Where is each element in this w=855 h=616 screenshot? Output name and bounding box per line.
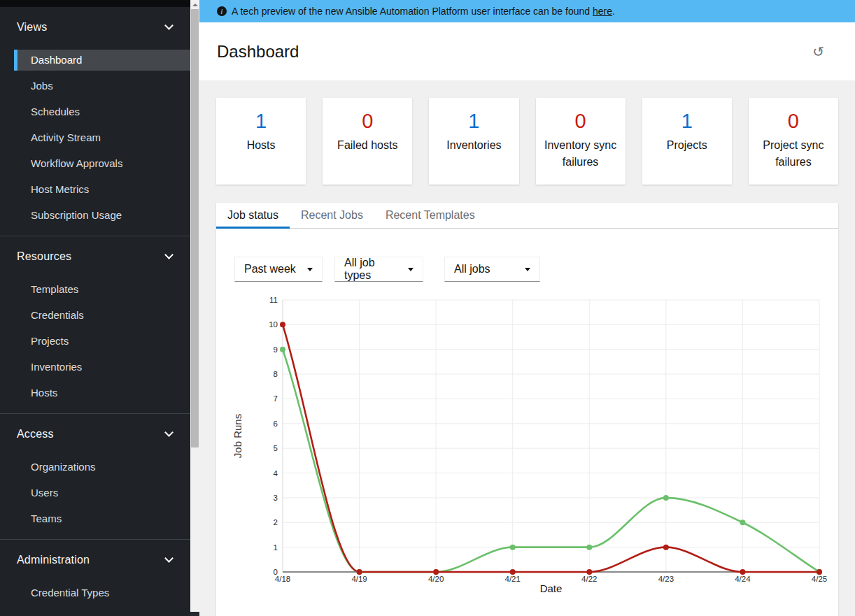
y-tick-label: 10 bbox=[269, 321, 278, 329]
sidebar-item-subscription-usage[interactable]: Subscription Usage bbox=[14, 205, 190, 226]
filter-value: All jobs bbox=[454, 263, 490, 275]
y-tick-label: 3 bbox=[274, 494, 278, 502]
scrollbar-thumb[interactable] bbox=[191, 9, 199, 447]
y-tick-label: 1 bbox=[274, 543, 278, 552]
chevron-down-icon bbox=[164, 250, 174, 259]
sidebar-item-organizations[interactable]: Organizations bbox=[14, 457, 190, 478]
caret-down-icon bbox=[408, 268, 414, 271]
banner-suffix: . bbox=[612, 6, 615, 17]
scrollbar-bottom-block bbox=[190, 612, 199, 616]
metric-value[interactable]: 0 bbox=[331, 110, 404, 133]
sidebar-section-resources[interactable]: Resources bbox=[0, 236, 190, 263]
sidebar-item-workflow-approvals[interactable]: Workflow Approvals bbox=[14, 153, 190, 174]
metric-label: Inventories bbox=[437, 137, 510, 154]
metric-value[interactable]: 0 bbox=[757, 110, 830, 133]
page-header: Dashboard ↺ bbox=[199, 22, 855, 80]
sidebar-item-inventories[interactable]: Inventories bbox=[14, 357, 190, 378]
data-point-successful-jobs[interactable] bbox=[280, 347, 285, 352]
history-icon[interactable]: ↺ bbox=[812, 45, 824, 59]
banner-text: A tech preview of the new Ansible Automa… bbox=[232, 6, 590, 17]
tab-recent-jobs[interactable]: Recent Jobs bbox=[290, 203, 374, 229]
sidebar-item-teams[interactable]: Teams bbox=[14, 508, 190, 529]
sidebar-nav: Views DashboardJobsSchedulesActivity Str… bbox=[0, 7, 190, 613]
sidebar-section-items: OrganizationsUsersTeams bbox=[14, 457, 190, 529]
metric-label: Hosts bbox=[225, 137, 297, 154]
y-tick-label: 8 bbox=[274, 370, 278, 378]
data-point-successful-jobs[interactable] bbox=[663, 495, 669, 501]
banner-here-link[interactable]: here bbox=[593, 6, 612, 17]
data-point-successful-jobs[interactable] bbox=[510, 545, 516, 550]
filter-bar: Past weekAll job typesAll jobs bbox=[234, 257, 838, 282]
metric-value[interactable]: 1 bbox=[437, 110, 510, 133]
sidebar-scrollbar[interactable] bbox=[190, 0, 199, 616]
x-tick-label: 4/25 bbox=[812, 575, 827, 583]
sidebar-section-label: Administration bbox=[17, 554, 90, 566]
sidebar-item-projects[interactable]: Projects bbox=[14, 331, 190, 352]
y-tick-label: 9 bbox=[274, 345, 278, 354]
metric-value[interactable]: 0 bbox=[544, 110, 617, 133]
data-point-failed-jobs[interactable] bbox=[663, 545, 669, 550]
metric-label: Inventory sync failures bbox=[544, 137, 617, 171]
data-point-failed-jobs[interactable] bbox=[433, 569, 439, 575]
scrollbar-up-arrow-icon[interactable] bbox=[192, 3, 198, 6]
chart-wrap: 012345678910114/184/194/204/214/224/234/… bbox=[216, 291, 838, 616]
tab-recent-templates[interactable]: Recent Templates bbox=[374, 203, 486, 229]
sidebar-top-strip bbox=[0, 0, 190, 7]
page-title: Dashboard bbox=[217, 42, 299, 62]
metric-value[interactable]: 1 bbox=[225, 110, 297, 133]
metric-label: Failed hosts bbox=[331, 137, 404, 154]
data-point-failed-jobs[interactable] bbox=[510, 569, 516, 575]
sidebar-item-users[interactable]: Users bbox=[14, 482, 190, 503]
filter-dropdown-all-job-types[interactable]: All job types bbox=[334, 257, 423, 282]
job-status-chart: 012345678910114/184/194/204/214/224/234/… bbox=[216, 291, 838, 616]
data-point-successful-jobs[interactable] bbox=[740, 520, 745, 526]
sidebar-section-access[interactable]: Access bbox=[0, 414, 190, 440]
sidebar-item-jobs[interactable]: Jobs bbox=[14, 76, 190, 96]
sidebar-item-schedules[interactable]: Schedules bbox=[14, 101, 190, 122]
metric-card-projects[interactable]: 1 Projects bbox=[642, 98, 732, 185]
content: 1 Hosts 0 Failed hosts 1 Inventories 0 I… bbox=[199, 80, 855, 616]
chevron-down-icon bbox=[164, 428, 174, 437]
y-tick-label: 4 bbox=[274, 469, 278, 478]
sidebar-item-credential-types[interactable]: Credential Types bbox=[14, 582, 190, 603]
metric-label: Projects bbox=[651, 137, 723, 154]
sidebar-item-dashboard[interactable]: Dashboard bbox=[14, 50, 190, 71]
filter-value: All job types bbox=[344, 257, 401, 282]
sidebar-item-activity-stream[interactable]: Activity Stream bbox=[14, 127, 190, 148]
y-tick-label: 11 bbox=[269, 296, 278, 304]
sidebar-item-hosts[interactable]: Hosts bbox=[14, 382, 190, 403]
caret-down-icon bbox=[307, 268, 313, 271]
data-point-failed-jobs[interactable] bbox=[817, 569, 822, 575]
chevron-down-icon bbox=[164, 554, 174, 563]
y-tick-label: 5 bbox=[274, 445, 278, 453]
filter-value: Past week bbox=[244, 263, 296, 275]
sidebar-item-host-metrics[interactable]: Host Metrics bbox=[14, 179, 190, 200]
series-line-successful-jobs bbox=[283, 350, 819, 572]
data-point-failed-jobs[interactable] bbox=[586, 569, 592, 575]
sidebar-section-label: Views bbox=[17, 21, 47, 34]
data-point-failed-jobs[interactable] bbox=[280, 322, 285, 328]
main-area: i A tech preview of the new Ansible Auto… bbox=[199, 0, 855, 616]
metric-card-hosts[interactable]: 1 Hosts bbox=[216, 98, 306, 185]
tab-job-status[interactable]: Job status bbox=[216, 203, 290, 229]
metric-card-inventory-sync-failures[interactable]: 0 Inventory sync failures bbox=[536, 98, 626, 185]
sidebar-section-administration[interactable]: Administration bbox=[0, 540, 190, 566]
sidebar-section-views[interactable]: Views bbox=[0, 7, 190, 34]
filter-dropdown-all-jobs[interactable]: All jobs bbox=[444, 257, 540, 282]
x-tick-label: 4/23 bbox=[658, 575, 674, 583]
sidebar: Views DashboardJobsSchedulesActivity Str… bbox=[0, 0, 190, 616]
filter-dropdown-past-week[interactable]: Past week bbox=[234, 257, 323, 282]
info-icon: i bbox=[217, 6, 227, 16]
metric-card-failed-hosts[interactable]: 0 Failed hosts bbox=[323, 98, 412, 185]
metric-card-project-sync-failures[interactable]: 0 Project sync failures bbox=[749, 98, 838, 185]
sidebar-item-templates[interactable]: Templates bbox=[14, 279, 190, 300]
y-tick-label: 2 bbox=[274, 519, 278, 527]
metric-value[interactable]: 1 bbox=[651, 110, 723, 133]
data-point-failed-jobs[interactable] bbox=[357, 569, 362, 575]
data-point-successful-jobs[interactable] bbox=[586, 545, 592, 550]
caret-down-icon bbox=[525, 268, 530, 271]
job-status-panel: Job statusRecent JobsRecent Templates Pa… bbox=[216, 203, 838, 616]
data-point-failed-jobs[interactable] bbox=[740, 569, 745, 575]
metric-card-inventories[interactable]: 1 Inventories bbox=[429, 98, 518, 185]
sidebar-item-credentials[interactable]: Credentials bbox=[14, 305, 190, 326]
